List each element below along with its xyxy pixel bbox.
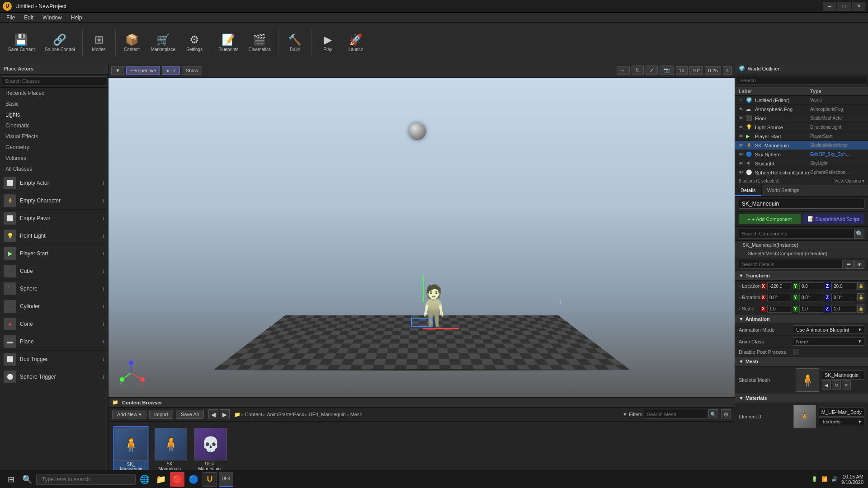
anim-class-dropdown[interactable]: None ▾ [793, 337, 864, 346]
viewport-menu-button[interactable]: ▼ [111, 66, 124, 75]
details-filter-button[interactable]: ☰ [844, 260, 854, 269]
outliner-item-player-start[interactable]: 👁 ▶ Player Start PlayerStart [735, 132, 868, 141]
sphere-trigger-info[interactable]: ℹ [103, 375, 104, 380]
lit-button[interactable]: ● Lit [162, 66, 179, 75]
outliner-item-sky-sphere[interactable]: 👁 🔵 Sky Sphere Edit BP_Sky_Sph... [735, 150, 868, 159]
search-details-input[interactable] [739, 260, 843, 269]
add-new-button[interactable]: Add New ▾ [112, 410, 146, 419]
menu-help[interactable]: Help [66, 14, 87, 22]
outliner-item-sk-mannequin[interactable]: 👁 🧍 SK_Mannequin SkeletalMeshActor [735, 141, 868, 150]
box-trigger-info[interactable]: ℹ [103, 357, 104, 362]
import-button[interactable]: Import [149, 410, 173, 419]
point-light-info[interactable]: ℹ [103, 234, 104, 239]
view-options-outliner-button[interactable]: View Options ▾ [834, 178, 864, 183]
animation-section-header[interactable]: ▼ Animation [735, 314, 868, 324]
scale-button[interactable]: ⤢ [646, 66, 658, 75]
category-all-classes[interactable]: All Classes [0, 164, 108, 174]
launch-button[interactable]: 🚀 Launch [342, 25, 369, 61]
rotation-x-input[interactable] [767, 294, 792, 301]
component-child-item[interactable]: SkeletalMeshComponent (Inherited) [735, 249, 868, 258]
search-components-input[interactable] [739, 229, 854, 239]
actor-sphere-trigger[interactable]: ⚪ Sphere Trigger ℹ [0, 368, 108, 386]
menu-file[interactable]: File [2, 14, 19, 22]
ue4-active-taskbar-icon[interactable]: UE4 [219, 472, 233, 487]
location-z-input[interactable] [831, 282, 856, 290]
empty-actor-info[interactable]: ℹ [103, 181, 104, 186]
actor-sphere[interactable]: ⚫ Sphere ℹ [0, 280, 108, 298]
perspective-button[interactable]: Perspective [126, 66, 160, 75]
marketplace-button[interactable]: 🛒 Marketplace [146, 25, 180, 61]
location-y-input[interactable] [799, 282, 824, 290]
breadcrumb-root-icon[interactable]: 📁 [234, 412, 241, 418]
materials-section-header[interactable]: ▼ Materials [735, 394, 868, 403]
breadcrumb-mesh[interactable]: Mesh [350, 412, 363, 417]
content-browser-settings-button[interactable]: ⚙ [721, 409, 731, 419]
asset-sk-mannequin[interactable]: 🧍 SK_Mannequin [113, 426, 149, 474]
empty-character-info[interactable]: ℹ [103, 198, 104, 203]
ue4-taskbar-icon[interactable]: U [203, 472, 217, 487]
scale-y-input[interactable] [799, 305, 824, 313]
actor-box-trigger[interactable]: ⬜ Box Trigger ℹ [0, 351, 108, 368]
actor-cube[interactable]: ⬛ Cube ℹ [0, 263, 108, 280]
actor-point-light[interactable]: 💡 Point Light ℹ [0, 227, 108, 245]
build-button[interactable]: 🔨 Build [281, 25, 308, 61]
actor-cylinder[interactable]: ⬛ Cylinder ℹ [0, 298, 108, 315]
nav-forward-button[interactable]: ▶ [220, 409, 230, 419]
textures-dropdown[interactable]: Textures ▾ [819, 418, 864, 426]
outliner-item-light-source[interactable]: 👁 💡 Light Source DirectionalLight [735, 123, 868, 132]
blueprint-button[interactable]: 📝 Blueprint/Add Script [802, 214, 864, 224]
camera-speed-button[interactable]: 📷 [660, 66, 674, 75]
maximize-button[interactable]: □ [837, 2, 851, 11]
scale-lock-button[interactable]: 🔒 [857, 305, 864, 313]
taskbar-edge-icon[interactable]: 🌐 [137, 472, 152, 487]
cube-info[interactable]: ℹ [103, 269, 104, 274]
modes-button[interactable]: ⊞ Modes [85, 25, 113, 61]
category-basic[interactable]: Basic [0, 99, 108, 109]
category-recently-placed[interactable]: Recently Placed [0, 88, 108, 99]
actor-cone[interactable]: 🔺 Cone ℹ [0, 315, 108, 333]
add-component-button[interactable]: + + Add Component [739, 214, 801, 224]
mesh-open-button[interactable]: ↻ [832, 380, 841, 389]
actor-empty-pawn[interactable]: ⬜ Empty Pawn ℹ [0, 210, 108, 227]
component-root-item[interactable]: SK_Mannequin(Instance) [735, 241, 868, 249]
anim-mode-dropdown[interactable]: Use Animation Blueprint ▾ [793, 325, 864, 334]
show-button[interactable]: Show [182, 66, 203, 75]
outliner-item-skylight[interactable]: 👁 ☀ SkyLight SkyLight [735, 159, 868, 168]
taskbar-icon-1[interactable]: 🔴 [170, 472, 184, 487]
outliner-item-floor[interactable]: 👁 ⬛ Floor StaticMeshActor [735, 114, 868, 123]
cylinder-info[interactable]: ℹ [103, 304, 104, 309]
sphere-info[interactable]: ℹ [103, 286, 104, 291]
disable-post-checkbox[interactable] [793, 349, 799, 355]
actor-player-start[interactable]: ▶ Player Start ℹ [0, 245, 108, 263]
taskbar-search-icon[interactable]: 🔍 [20, 472, 34, 487]
category-visual-effects[interactable]: Visual Effects [0, 131, 108, 142]
menu-window[interactable]: Window [38, 14, 66, 22]
scale-z-input[interactable] [831, 305, 856, 313]
plane-info[interactable]: ℹ [103, 339, 104, 344]
content-button[interactable]: 📦 Content [118, 25, 146, 61]
actor-empty-character[interactable]: 🧍 Empty Character ℹ [0, 192, 108, 210]
actor-plane[interactable]: ▬ Plane ℹ [0, 333, 108, 351]
settings-button[interactable]: ⚙ Settings [181, 25, 208, 61]
mesh-clear-button[interactable]: ✕ [842, 380, 851, 389]
save-current-button[interactable]: 💾 Save Current [4, 25, 39, 61]
category-geometry[interactable]: Geometry [0, 142, 108, 153]
rotation-z-input[interactable] [831, 294, 856, 301]
breadcrumb-content[interactable]: Content [245, 412, 263, 417]
breadcrumb-animstarterpack[interactable]: AnimStarterPack [267, 412, 304, 417]
search-classes-input[interactable] [2, 76, 106, 85]
outliner-item-atm-fog[interactable]: 👁 ☁ Atmospheric Fog AtmosphericFog [735, 105, 868, 114]
search-mesh-input[interactable] [644, 410, 707, 419]
rotation-y-input[interactable] [799, 294, 824, 301]
cinematics-button[interactable]: 🎬 Cinematics [244, 25, 275, 61]
details-tab-world-settings[interactable]: World Settings [762, 185, 805, 196]
details-eye-button[interactable]: 👁 [854, 260, 864, 269]
search-mesh-button[interactable]: 🔍 [708, 409, 718, 419]
scale-x-input[interactable] [767, 305, 792, 313]
location-lock-button[interactable]: 🔒 [857, 282, 864, 290]
translate-button[interactable]: ↔ [617, 66, 630, 75]
rotate-button[interactable]: ↻ [632, 66, 644, 75]
category-volumes[interactable]: Volumes [0, 153, 108, 164]
taskbar-files-icon[interactable]: 📁 [154, 472, 168, 487]
outliner-item-sphere-refl[interactable]: 👁 ⚪ SphereReflectionCapture SphereReflec… [735, 168, 868, 177]
